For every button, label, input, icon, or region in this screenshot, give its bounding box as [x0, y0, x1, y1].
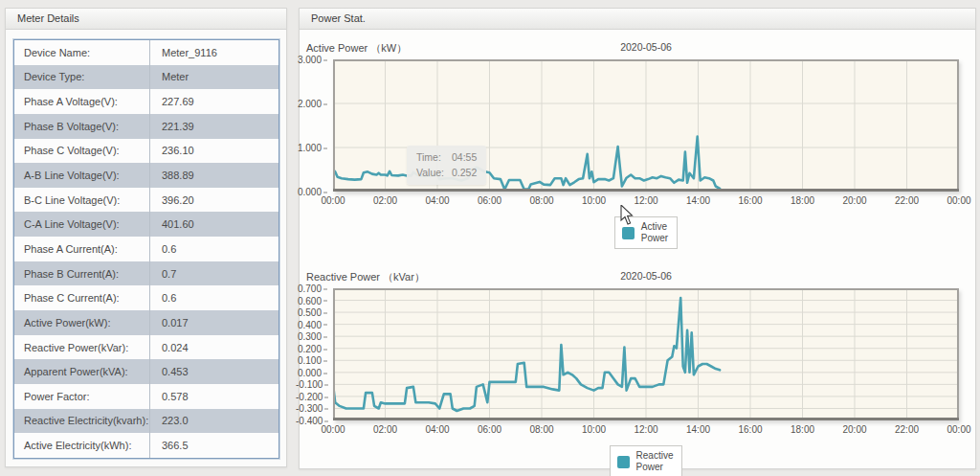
table-row: Phase C Voltage(V):236.10 — [14, 139, 278, 164]
table-row: Active Electricity(kWh):366.5 — [14, 433, 278, 458]
x-axis-label: 16:00 — [738, 424, 762, 435]
x-axis-label: 10:00 — [582, 195, 606, 206]
y-axis-label: 0.300 — [296, 331, 327, 342]
row-value: 396.20 — [150, 194, 194, 206]
row-label: Device Name: — [14, 40, 150, 65]
y-axis-label: 1.000 — [296, 143, 327, 153]
y-axis-label: 0.700 — [296, 283, 327, 294]
table-row: Reactive Power(kVar):0.024 — [14, 335, 278, 360]
y-axis-label: 0.400 — [296, 319, 327, 329]
table-row: Phase A Voltage(V):227.69 — [14, 89, 278, 114]
table-row: Phase C Current(A):0.6 — [14, 285, 278, 310]
x-axis-label: 12:00 — [634, 424, 657, 435]
meter-details-table: Device Name:Meter_9116Device Type:MeterP… — [13, 39, 279, 459]
x-axis-label: 00:00 — [321, 424, 345, 435]
x-axis-label: 10:00 — [582, 424, 606, 435]
row-value: Meter — [150, 71, 189, 82]
row-label: Reactive Electricity(kvarh): — [14, 409, 150, 434]
x-axis-label: 22:00 — [895, 195, 919, 206]
row-label: Phase B Current(A): — [14, 261, 150, 286]
row-label: Phase C Voltage(V): — [14, 139, 150, 164]
y-axis-label: 0.600 — [296, 295, 327, 306]
x-axis-label: 16:00 — [738, 195, 762, 206]
table-row: Phase A Current(A):0.6 — [14, 237, 278, 261]
row-label: C-A Line Voltage(V): — [14, 212, 150, 237]
table-row: A-B Line Voltage(V):388.89 — [14, 163, 278, 188]
row-value: 0.578 — [150, 391, 189, 402]
chart-plot[interactable]: 0.7000.6000.5000.4000.3000.2000.1000.000… — [333, 288, 959, 420]
table-row: Device Type:Meter — [14, 65, 278, 90]
legend-row: ActivePower — [333, 216, 959, 249]
table-row: Phase B Current(A):0.7 — [14, 261, 278, 286]
table-row: B-C Line Voltage(V):396.20 — [14, 188, 278, 213]
charts-area: Active Power （kW）2020-05-063.0002.0001.0… — [300, 30, 975, 476]
table-row: Apparent Power(kVA):0.453 — [14, 359, 278, 384]
reactive-power-legend[interactable]: ReactivePower — [610, 445, 683, 476]
row-value: 223.0 — [150, 415, 189, 426]
x-axis: 00:0002:0004:0006:0008:0010:0012:0014:00… — [333, 192, 959, 209]
table-row: Phase B Voltage(V):221.39 — [14, 114, 278, 139]
x-axis-label: 20:00 — [842, 424, 866, 435]
row-label: Phase B Voltage(V): — [14, 114, 150, 139]
y-axis-label: -0.200 — [296, 391, 327, 401]
row-value: 221.39 — [150, 121, 194, 132]
chart-plot[interactable]: 3.0002.0001.0000.000Time:04:55Value:0.25… — [333, 59, 959, 192]
x-axis-label: 18:00 — [791, 195, 814, 206]
row-value: 0.7 — [150, 268, 176, 280]
x-axis-label: 00:00 — [947, 424, 970, 435]
table-row: Power Factor:0.578 — [14, 384, 278, 409]
row-label: B-C Line Voltage(V): — [14, 188, 150, 213]
row-value: 388.89 — [150, 170, 194, 181]
x-axis-label: 00:00 — [321, 195, 345, 206]
row-label: A-B Line Voltage(V): — [14, 163, 150, 188]
row-label: Phase A Current(A): — [14, 237, 150, 261]
legend-label: ReactivePower — [636, 450, 674, 473]
row-value: 0.017 — [150, 317, 189, 329]
reactive-power-chart: Reactive Power （kVar）2020-05-060.7000.60… — [300, 270, 975, 476]
chart-date-label: 2020-05-06 — [333, 270, 959, 282]
table-row: Active Power(kW):0.017 — [14, 310, 278, 335]
y-axis-label: 0.000 — [296, 367, 327, 377]
chart-head: Active Power （kW）2020-05-06 — [300, 41, 975, 55]
row-value: 0.6 — [150, 243, 176, 255]
power-stat-header: Power Stat. — [300, 9, 975, 30]
x-axis-label: 14:00 — [686, 424, 710, 435]
row-value: 401.60 — [150, 218, 194, 230]
x-axis-label: 12:00 — [634, 195, 657, 206]
x-axis-label: 04:00 — [425, 195, 449, 206]
x-axis-label: 18:00 — [791, 424, 814, 435]
chart-canvas[interactable] — [333, 288, 959, 420]
tooltip-time: Time:04:55 — [416, 149, 477, 165]
x-axis-label: 06:00 — [478, 195, 501, 206]
table-row: C-A Line Voltage(V):401.60 — [14, 212, 278, 237]
row-value: 227.69 — [150, 96, 194, 107]
chart-head: Reactive Power （kVar）2020-05-06 — [300, 270, 975, 283]
y-axis-label: 0.500 — [296, 307, 327, 318]
row-label: Active Electricity(kWh): — [14, 433, 150, 458]
meter-details-header: Meter Details — [6, 9, 286, 30]
y-axis-label: -0.300 — [296, 403, 327, 414]
row-value: 0.024 — [150, 342, 189, 353]
y-axis-label: 2.000 — [296, 99, 327, 109]
x-axis-label: 08:00 — [529, 195, 553, 206]
x-axis-label: 22:00 — [895, 424, 919, 435]
row-label: Device Type: — [14, 65, 150, 90]
x-axis-label: 02:00 — [373, 424, 397, 435]
row-label: Phase A Voltage(V): — [14, 89, 150, 114]
x-axis: 00:0002:0004:0006:0008:0010:0012:0014:00… — [333, 420, 959, 438]
mouse-cursor-icon — [620, 205, 634, 225]
legend-marker-icon — [622, 227, 635, 239]
x-axis-label: 14:00 — [686, 195, 710, 206]
chart-date-label: 2020-05-06 — [333, 41, 959, 53]
row-value: 236.10 — [150, 145, 194, 156]
row-label: Apparent Power(kVA): — [14, 359, 150, 384]
row-label: Reactive Power(kVar): — [14, 335, 150, 360]
chart-tooltip: Time:04:55Value:0.252 — [407, 146, 486, 185]
table-row: Device Name:Meter_9116 — [14, 40, 278, 65]
panel-title: Power Stat. — [311, 12, 366, 24]
y-axis-label: -0.100 — [296, 379, 327, 390]
legend-row: ReactivePower — [333, 445, 959, 476]
x-axis-label: 06:00 — [478, 424, 501, 435]
x-axis-label: 20:00 — [842, 195, 866, 206]
x-axis-label: 02:00 — [373, 195, 397, 206]
